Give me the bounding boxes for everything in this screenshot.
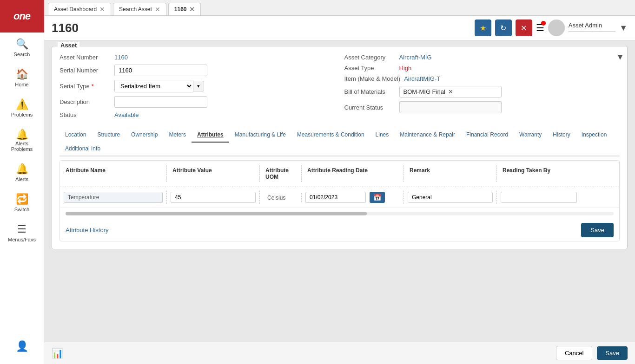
tab-manufacturing-life[interactable]: Manufacturing & Life — [229, 128, 291, 143]
col-header-reading-taken-by: Reading Taken By — [497, 165, 581, 182]
bom-remove-button[interactable]: ✕ — [448, 88, 453, 95]
asset-number-value: 1160 — [114, 54, 128, 61]
serial-type-wrapper: Serialized Item ▾ — [114, 80, 204, 92]
tab-search-asset[interactable]: Search Asset ✕ — [113, 3, 166, 15]
tab-ownership[interactable]: Ownership — [126, 128, 163, 143]
alerts-icon: 🔔 — [16, 163, 28, 175]
asset-category-value: Aircraft-MIG — [399, 54, 432, 61]
bom-tag-value: BOM-MIG Final — [403, 88, 445, 95]
attr-value-cell — [167, 191, 260, 204]
asset-right-fields: Asset Category Aircraft-MIG Asset Type H… — [344, 54, 620, 122]
tab-label: Asset Dashboard — [54, 6, 97, 13]
refresh-button[interactable]: ↻ — [495, 20, 512, 36]
sidebar-item-alerts-problems[interactable]: 🔔 AlertsProblems — [0, 123, 44, 157]
description-input[interactable] — [114, 96, 207, 108]
asset-left-fields: Asset Number 1160 Serial Number Serial T… — [60, 54, 335, 122]
current-status-input[interactable] — [399, 101, 502, 113]
search-icon: 🔍 — [16, 38, 28, 50]
content-area: Asset ▾ Asset Number 1160 Serial Number … — [44, 40, 635, 342]
tab-close-icon[interactable]: ✕ — [99, 6, 105, 13]
tab-history[interactable]: History — [547, 128, 575, 143]
switch-icon: 🔁 — [16, 193, 28, 205]
serial-number-input[interactable] — [114, 65, 207, 76]
tab-lines[interactable]: Lines — [370, 128, 395, 143]
col-header-remark: Remark — [404, 165, 497, 182]
sidebar-item-home[interactable]: 🏠 Home — [0, 63, 44, 93]
attribute-history-link[interactable]: Attribute History — [66, 227, 108, 234]
user-area: Asset Admin ───────────── ▼ — [548, 20, 628, 36]
tab-close-icon[interactable]: ✕ — [155, 6, 160, 13]
sidebar-item-label: Switch — [14, 207, 29, 212]
tab-additional-info[interactable]: Additional Info — [60, 142, 106, 156]
sidebar-item-user[interactable]: 👤 — [13, 335, 31, 359]
user-dropdown-button[interactable]: ▼ — [619, 23, 628, 33]
main-area: Asset Dashboard ✕ Search Asset ✕ 1160 ✕ … — [44, 0, 635, 364]
asset-number-row: Asset Number 1160 — [60, 54, 335, 61]
user-name: Asset Admin — [569, 22, 615, 29]
attr-name-input[interactable] — [64, 192, 163, 203]
col-header-uom: Attribute UOM — [260, 165, 302, 182]
attr-uom-cell: Celsius — [260, 193, 302, 202]
menu-button[interactable]: ☰ — [536, 22, 544, 33]
sidebar-item-switch[interactable]: 🔁 Switch — [0, 188, 44, 218]
serial-number-row: Serial Number — [60, 65, 335, 76]
home-icon: 🏠 — [16, 68, 28, 80]
tab-location[interactable]: Location — [60, 128, 92, 143]
sidebar-item-search[interactable]: 🔍 Search — [0, 32, 44, 63]
user-profile-icon: 👤 — [16, 340, 28, 352]
cancel-button[interactable]: Cancel — [556, 346, 592, 360]
bottom-bar: 📊 Cancel Save — [44, 342, 635, 364]
serial-type-select[interactable]: Serialized Item — [114, 80, 193, 92]
sidebar-item-label: Menus/Favs — [8, 237, 36, 242]
asset-fields-grid: Asset Number 1160 Serial Number Serial T… — [60, 54, 620, 122]
attr-reading-date-input[interactable] — [305, 192, 366, 203]
col-header-value: Attribute Value — [167, 165, 260, 182]
col-header-reading-date: Attribute Reading Date — [302, 165, 404, 182]
sidebar-item-problems[interactable]: ⚠️ Problems — [0, 93, 44, 123]
favorite-button[interactable]: ★ — [475, 20, 491, 36]
tab-inspection[interactable]: Inspection — [576, 128, 613, 143]
tab-asset-dashboard[interactable]: Asset Dashboard ✕ — [48, 3, 111, 15]
tab-measurements-condition[interactable]: Measurements & Condition — [291, 128, 370, 143]
scrollbar-thumb[interactable] — [66, 212, 367, 215]
current-status-label: Current Status — [344, 104, 396, 111]
status-row: Status Available — [60, 111, 335, 118]
user-sub: ───────────── — [569, 29, 615, 34]
collapse-button[interactable]: ▾ — [618, 51, 622, 62]
user-info: Asset Admin ───────────── — [569, 22, 615, 34]
attributes-footer: Attribute History Save — [60, 219, 619, 241]
tab-meters[interactable]: Meters — [163, 128, 192, 143]
tab-financial-record[interactable]: Financial Record — [461, 128, 514, 143]
close-record-button[interactable]: ✕ — [516, 20, 532, 36]
bottom-icon: 📊 — [52, 348, 63, 359]
tab-close-icon[interactable]: ✕ — [189, 6, 195, 13]
tab-maintenance-repair[interactable]: Maintenance & Repair — [394, 128, 461, 143]
asset-type-row: Asset Type High — [344, 65, 620, 72]
attr-remark-cell — [404, 191, 497, 204]
tab-structure[interactable]: Structure — [92, 128, 126, 143]
alerts-problems-icon: 🔔 — [16, 129, 28, 140]
item-value: AircraftMIG-T — [404, 75, 440, 82]
attr-value-input[interactable] — [171, 192, 256, 203]
attr-remark-input[interactable] — [408, 192, 493, 203]
sidebar-item-menus-favs[interactable]: ☰ Menus/Favs — [0, 218, 44, 248]
scrollbar-track[interactable] — [66, 212, 614, 215]
notification-badge — [541, 21, 546, 26]
current-status-row: Current Status — [344, 101, 620, 113]
sidebar-item-alerts[interactable]: 🔔 Alerts — [0, 157, 44, 188]
sidebar-item-label: Alerts — [15, 176, 28, 182]
calendar-button[interactable]: 📅 — [370, 192, 385, 203]
sidebar-item-label: Problems — [11, 112, 33, 117]
bom-row: Bill of Materials BOM-MIG Final ✕ — [344, 86, 620, 98]
sidebar-item-label: AlertsProblems — [11, 141, 33, 152]
app-logo: one — [0, 0, 44, 32]
tab-1160[interactable]: 1160 ✕ — [168, 3, 201, 15]
tab-warranty[interactable]: Warranty — [514, 128, 547, 143]
save-button[interactable]: Save — [597, 346, 628, 360]
attr-reading-taken-by-input[interactable] — [501, 192, 577, 203]
serial-type-dropdown-icon[interactable]: ▾ — [193, 81, 204, 91]
attributes-save-button[interactable]: Save — [581, 223, 614, 237]
serial-type-row: Serial Type * Serialized Item ▾ — [60, 80, 335, 92]
status-label: Status — [60, 111, 111, 118]
tab-attributes[interactable]: Attributes — [192, 128, 229, 143]
